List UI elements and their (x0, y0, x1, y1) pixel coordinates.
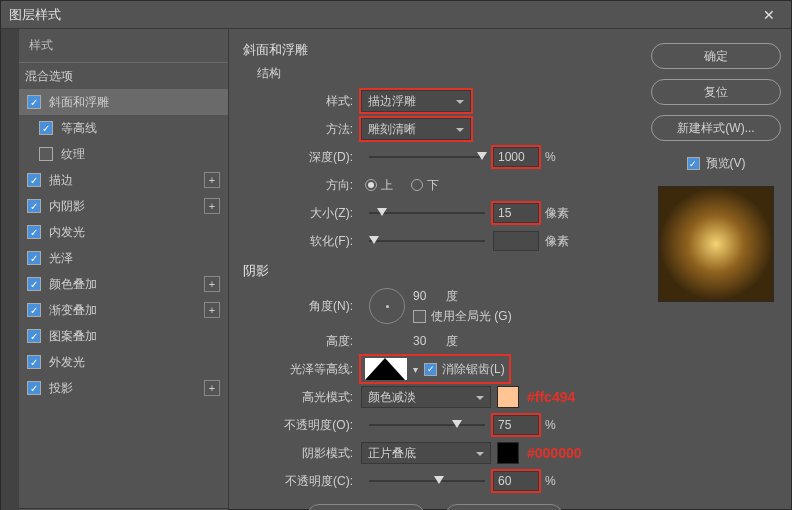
style-select[interactable]: 描边浮雕 (361, 90, 471, 112)
method-select[interactable]: 雕刻清晰 (361, 118, 471, 140)
style-item-checkbox[interactable] (27, 251, 41, 265)
shadow-mode-label: 阴影模式: (243, 445, 353, 462)
antialias-checkbox[interactable] (424, 363, 437, 376)
right-panel: 确定 复位 新建样式(W)... 预览(V) (641, 29, 791, 510)
add-effect-icon[interactable]: + (204, 198, 220, 214)
close-button[interactable]: ✕ (755, 1, 783, 29)
opacity2-input[interactable]: 60 (493, 471, 539, 491)
soften-slider[interactable] (369, 233, 485, 249)
style-item-checkbox[interactable] (27, 225, 41, 239)
add-effect-icon[interactable]: + (204, 172, 220, 188)
style-item-checkbox[interactable] (27, 199, 41, 213)
highlight-mode-select[interactable]: 颜色减淡 (361, 386, 491, 408)
size-unit: 像素 (545, 205, 569, 222)
style-item-9[interactable]: 图案叠加 (19, 323, 228, 349)
titlebar: 图层样式 ✕ (1, 1, 791, 29)
depth-unit: % (545, 150, 556, 164)
antialias-label: 消除锯齿(L) (442, 361, 505, 378)
new-style-button[interactable]: 新建样式(W)... (651, 115, 781, 141)
direction-up-radio[interactable] (365, 179, 377, 191)
style-item-checkbox[interactable] (27, 381, 41, 395)
style-item-label: 外发光 (49, 354, 220, 371)
style-item-label: 等高线 (61, 120, 220, 137)
style-item-label: 光泽 (49, 250, 220, 267)
panel-title: 斜面和浮雕 (243, 41, 627, 59)
style-item-label: 描边 (49, 172, 200, 189)
style-item-checkbox[interactable] (27, 329, 41, 343)
direction-label: 方向: (243, 177, 353, 194)
add-effect-icon[interactable]: + (204, 380, 220, 396)
reset-default-button[interactable]: 复位为默认值 (445, 504, 563, 510)
altitude-label: 高度: (243, 333, 353, 350)
style-item-3[interactable]: 描边+ (19, 167, 228, 193)
left-gutter (1, 29, 19, 510)
style-item-label: 颜色叠加 (49, 276, 200, 293)
add-effect-icon[interactable]: + (204, 276, 220, 292)
blending-options-row[interactable]: 混合选项 (19, 63, 228, 89)
style-item-checkbox[interactable] (27, 355, 41, 369)
global-light-label: 使用全局光 (G) (431, 308, 512, 325)
style-item-10[interactable]: 外发光 (19, 349, 228, 375)
size-label: 大小(Z): (243, 205, 353, 222)
size-slider[interactable] (369, 205, 485, 221)
ok-button[interactable]: 确定 (651, 43, 781, 69)
style-item-1[interactable]: 等高线 (19, 115, 228, 141)
style-item-8[interactable]: 渐变叠加+ (19, 297, 228, 323)
shadow-mode-select[interactable]: 正片叠底 (361, 442, 491, 464)
styles-panel: 样式 混合选项 斜面和浮雕等高线纹理描边+内阴影+内发光光泽颜色叠加+渐变叠加+… (19, 29, 229, 510)
style-item-5[interactable]: 内发光 (19, 219, 228, 245)
angle-label: 角度(N): (243, 298, 353, 315)
preview-checkbox[interactable] (687, 157, 700, 170)
soften-input[interactable] (493, 231, 539, 251)
shadow-color-annotation: #000000 (527, 445, 582, 461)
style-item-label: 渐变叠加 (49, 302, 200, 319)
layer-style-dialog: 图层样式 ✕ 样式 混合选项 斜面和浮雕等高线纹理描边+内阴影+内发光光泽颜色叠… (0, 0, 792, 510)
style-item-checkbox[interactable] (27, 95, 41, 109)
style-label: 样式: (243, 93, 353, 110)
style-item-checkbox[interactable] (27, 303, 41, 317)
style-item-4[interactable]: 内阴影+ (19, 193, 228, 219)
soften-unit: 像素 (545, 233, 569, 250)
angle-control[interactable] (369, 288, 405, 324)
style-item-label: 图案叠加 (49, 328, 220, 345)
style-item-checkbox[interactable] (27, 173, 41, 187)
style-item-6[interactable]: 光泽 (19, 245, 228, 271)
soften-label: 软化(F): (243, 233, 353, 250)
style-item-11[interactable]: 投影+ (19, 375, 228, 401)
direction-down-radio[interactable] (411, 179, 423, 191)
style-item-label: 斜面和浮雕 (49, 94, 220, 111)
opacity-input[interactable]: 75 (493, 415, 539, 435)
opacity2-label: 不透明度(C): (243, 473, 353, 490)
preview-label: 预览(V) (706, 155, 746, 172)
depth-slider[interactable] (369, 149, 485, 165)
highlight-mode-label: 高光模式: (243, 389, 353, 406)
set-default-button[interactable]: 设置为默认值 (307, 504, 425, 510)
altitude-value: 30 (413, 334, 426, 348)
add-effect-icon[interactable]: + (204, 302, 220, 318)
style-item-label: 内阴影 (49, 198, 200, 215)
preview-toggle[interactable]: 预览(V) (687, 155, 746, 172)
blending-options-label: 混合选项 (25, 68, 220, 85)
depth-label: 深度(D): (243, 149, 353, 166)
styles-header: 样式 (19, 29, 228, 63)
style-item-checkbox[interactable] (39, 147, 53, 161)
style-item-2[interactable]: 纹理 (19, 141, 228, 167)
cancel-button[interactable]: 复位 (651, 79, 781, 105)
size-input[interactable]: 15 (493, 203, 539, 223)
style-item-checkbox[interactable] (27, 277, 41, 291)
depth-input[interactable]: 1000 (493, 147, 539, 167)
style-item-7[interactable]: 颜色叠加+ (19, 271, 228, 297)
style-item-label: 投影 (49, 380, 200, 397)
shadow-color-swatch[interactable] (497, 442, 519, 464)
chevron-down-icon[interactable]: ▾ (413, 364, 418, 375)
opacity-slider[interactable] (369, 417, 485, 433)
style-item-checkbox[interactable] (39, 121, 53, 135)
style-item-0[interactable]: 斜面和浮雕 (19, 89, 228, 115)
global-light-checkbox[interactable] (413, 310, 426, 323)
settings-panel: 斜面和浮雕 结构 样式: 描边浮雕 方法: 雕刻清晰 深度(D): 1000 %… (229, 29, 641, 510)
gloss-contour-picker[interactable] (365, 358, 407, 380)
opacity2-slider[interactable] (369, 473, 485, 489)
highlight-color-swatch[interactable] (497, 386, 519, 408)
highlight-color-annotation: #ffc494 (527, 389, 575, 405)
gloss-label: 光泽等高线: (243, 361, 353, 378)
